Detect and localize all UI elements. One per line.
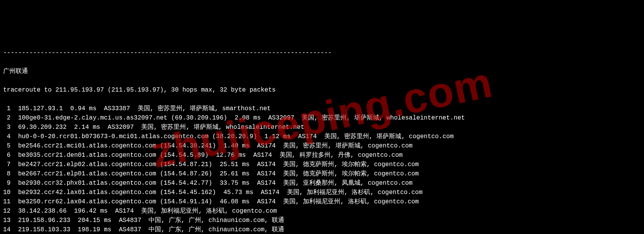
hop-line: 3 69.30.209.232 2.14 ms AS32097 美国, 密苏里州… <box>3 123 641 132</box>
hop-line: 11 be3250.rcr62.lax04.atlas.cogentco.com… <box>3 197 641 206</box>
hop-line: 13 219.158.96.233 204.15 ms AS4837 中国, 广… <box>3 216 641 225</box>
hop-line: 8 be2667.ccr21.elp01.atlas.cogentco.com … <box>3 169 641 179</box>
hop-line: 7 be2427.ccr21.elp02.atlas.cogentco.com … <box>3 160 641 169</box>
hop-line: 14 219.158.103.33 198.19 ms AS4837 中国, 广… <box>3 225 641 234</box>
hop-line: 10 be2932.ccr42.lax01.atlas.cogentco.com… <box>3 188 641 197</box>
hop-line: 12 38.142.238.66 196.42 ms AS174 美国, 加利福… <box>3 206 641 216</box>
hop-line: 1 185.127.93.1 0.94 ms AS33387 美国, 密苏里州,… <box>3 104 641 113</box>
hop-line: 6 be3035.ccr21.den01.atlas.cogentco.com … <box>3 151 641 160</box>
trace-header: traceroute to 211.95.193.97 (211.95.193.… <box>3 85 641 95</box>
hop-line: 2 100ge0-31.edge-2.clay.mci.us.as32097.n… <box>3 113 641 123</box>
divider-line: ----------------------------------------… <box>3 48 641 57</box>
hop-line: 9 be2930.ccr32.phx01.atlas.cogentco.com … <box>3 179 641 188</box>
hop-line: 4 hu0-0-0-20.rcr01.b073673-0.mci01.atlas… <box>3 132 641 141</box>
hops-list: 1 185.127.93.1 0.94 ms AS33387 美国, 密苏里州,… <box>3 104 641 234</box>
hop-line: 5 be2546.ccr21.mci01.atlas.cogentco.com … <box>3 141 641 151</box>
trace-title: 广州联通 <box>3 67 641 76</box>
terminal-output: ----------------------------------------… <box>3 39 641 234</box>
